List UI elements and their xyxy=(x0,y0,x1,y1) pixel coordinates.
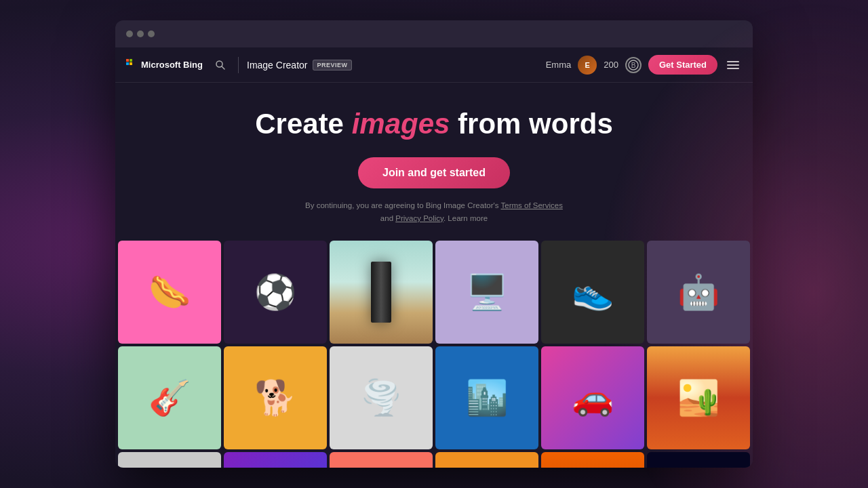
grid-item-abstract[interactable] xyxy=(224,452,327,468)
grid-item-orange[interactable] xyxy=(435,452,538,468)
desktop-background: Microsoft Bing Image Creator PREVIEW Emm… xyxy=(0,0,868,488)
grid-item-car[interactable] xyxy=(541,346,644,449)
svg-rect-1 xyxy=(130,59,132,62)
coins-icon: B xyxy=(625,57,642,73)
window-dot-maximize xyxy=(148,30,155,37)
grid-item-soccer[interactable] xyxy=(224,241,327,344)
grid-item-desert-inner xyxy=(647,346,750,449)
grid-item-space-inner xyxy=(647,452,750,468)
preview-badge: PREVIEW xyxy=(313,60,351,70)
hamburger-line-3 xyxy=(727,68,739,69)
bing-logo-icon xyxy=(126,59,138,71)
monolith-shape xyxy=(371,262,391,323)
grid-item-computer[interactable] xyxy=(435,241,538,344)
grid-item-helmet-inner xyxy=(118,452,221,468)
svg-rect-0 xyxy=(126,59,129,62)
grid-item-city-inner xyxy=(435,346,538,449)
bing-logo[interactable]: Microsoft Bing xyxy=(126,59,203,71)
grid-item-computer-inner xyxy=(435,241,538,344)
grid-item-car-inner xyxy=(541,346,644,449)
grid-item-desert[interactable] xyxy=(647,346,750,449)
get-started-button[interactable]: Get Started xyxy=(648,55,717,75)
nav-divider xyxy=(238,57,239,73)
grid-item-hotdog-inner xyxy=(118,241,221,344)
title-bar xyxy=(115,20,753,47)
grid-item-sneaker[interactable] xyxy=(541,241,644,344)
window-dot-minimize xyxy=(137,30,144,37)
window-dot-close xyxy=(126,30,133,37)
hero-title-images: images xyxy=(352,108,450,140)
nav-right: Emma E 200 B Get Started xyxy=(546,55,742,75)
grid-item-robot2-inner xyxy=(541,452,644,468)
grid-item-hotdog[interactable] xyxy=(118,241,221,344)
privacy-policy-link[interactable]: Privacy Policy xyxy=(395,214,443,222)
terms-line1: By continuing, you are agreeing to Bing … xyxy=(305,201,498,209)
navbar: Microsoft Bing Image Creator PREVIEW Emm… xyxy=(115,47,753,83)
grid-item-abstract-inner xyxy=(224,452,327,468)
grid-item-robot2[interactable] xyxy=(541,452,644,468)
hero-section: Create images from words Join and get st… xyxy=(115,83,753,241)
terms-of-service-link[interactable]: Terms of Services xyxy=(501,201,563,209)
avatar-initials: E xyxy=(585,61,590,69)
svg-text:B: B xyxy=(631,62,636,69)
grid-item-monolith[interactable] xyxy=(330,241,433,344)
user-avatar[interactable]: E xyxy=(578,56,597,75)
hamburger-line-1 xyxy=(727,61,739,62)
hero-title-part1: Create xyxy=(255,108,351,140)
grid-item-city[interactable] xyxy=(435,346,538,449)
terms-line2: and xyxy=(380,214,393,222)
svg-rect-3 xyxy=(130,62,132,65)
hero-title: Create images from words xyxy=(129,107,739,141)
grid-item-soccer-inner xyxy=(224,241,327,344)
image-grid xyxy=(115,241,753,468)
hamburger-menu-button[interactable] xyxy=(724,58,742,72)
window-controls xyxy=(126,30,155,37)
user-name: Emma xyxy=(546,60,572,70)
grid-item-tornado[interactable] xyxy=(330,346,433,449)
grid-item-dog-inner xyxy=(224,346,327,449)
grid-item-robot[interactable] xyxy=(647,241,750,344)
nav-product-name: Image Creator PREVIEW xyxy=(247,60,352,70)
browser-content: Microsoft Bing Image Creator PREVIEW Emm… xyxy=(115,47,753,468)
grid-item-monolith-inner xyxy=(330,241,433,344)
join-button[interactable]: Join and get started xyxy=(358,157,510,188)
svg-rect-2 xyxy=(126,62,129,65)
grid-item-dog[interactable] xyxy=(224,346,327,449)
hero-title-part2: from words xyxy=(450,108,612,140)
grid-item-space[interactable] xyxy=(647,452,750,468)
hamburger-line-2 xyxy=(727,64,739,66)
search-button[interactable] xyxy=(211,56,230,75)
coins-count: 200 xyxy=(604,60,618,70)
browser-window: Microsoft Bing Image Creator PREVIEW Emm… xyxy=(115,20,753,468)
terms-line3: . Learn more xyxy=(443,214,488,222)
main-content: Create images from words Join and get st… xyxy=(115,83,753,468)
grid-item-helmet[interactable] xyxy=(118,452,221,468)
grid-item-sneaker-inner xyxy=(541,241,644,344)
grid-item-guitar[interactable] xyxy=(118,346,221,449)
product-name-label: Image Creator xyxy=(247,60,307,70)
grid-item-cat-inner xyxy=(330,452,433,468)
terms-text: By continuing, you are agreeing to Bing … xyxy=(129,199,739,224)
grid-item-guitar-inner xyxy=(118,346,221,449)
grid-item-robot-inner xyxy=(647,241,750,344)
grid-item-orange-inner xyxy=(435,452,538,468)
grid-item-cat[interactable] xyxy=(330,452,433,468)
grid-item-tornado-inner xyxy=(330,346,433,449)
svg-line-5 xyxy=(222,66,224,69)
bing-brand-label: Microsoft Bing xyxy=(141,60,203,70)
